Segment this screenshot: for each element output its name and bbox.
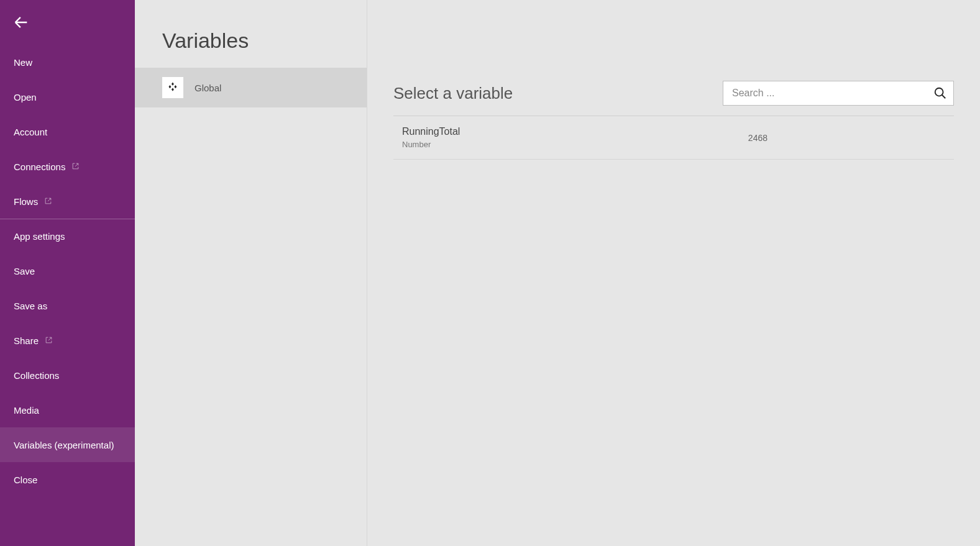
sidebar-item-account[interactable]: Account xyxy=(0,114,135,149)
sidebar-item-save-as[interactable]: Save as xyxy=(0,288,135,323)
scope-column: Variables Global xyxy=(135,0,367,546)
variable-info: RunningTotal Number xyxy=(402,126,460,149)
sidebar-item-open[interactable]: Open xyxy=(0,80,135,114)
scope-item-global[interactable]: Global xyxy=(135,68,367,107)
nav-label: Connections xyxy=(14,162,65,172)
back-button[interactable] xyxy=(0,0,135,45)
nav-label: Variables (experimental) xyxy=(14,440,114,450)
search-box[interactable] xyxy=(723,81,954,106)
nav-label: Account xyxy=(14,127,47,137)
nav-label: App settings xyxy=(14,231,65,242)
sidebar-item-share[interactable]: Share xyxy=(0,323,135,358)
svg-point-0 xyxy=(935,88,943,96)
main-panel: Select a variable RunningTotal Number 24… xyxy=(367,0,980,546)
external-link-icon xyxy=(71,162,80,172)
sidebar-item-app-settings[interactable]: App settings xyxy=(0,219,135,253)
sidebar-item-close[interactable]: Close xyxy=(0,462,135,497)
sidebar-item-connections[interactable]: Connections xyxy=(0,149,135,184)
app-root: New Open Account Connections Flows App s… xyxy=(0,0,980,546)
nav-label: Media xyxy=(14,405,39,416)
sidebar-item-collections[interactable]: Collections xyxy=(0,358,135,393)
external-link-icon xyxy=(45,335,53,346)
variable-name: RunningTotal xyxy=(402,126,460,137)
main-title: Select a variable xyxy=(393,84,513,103)
variable-value: 2468 xyxy=(748,133,954,143)
scope-label: Global xyxy=(195,83,221,93)
main-header-row: Select a variable xyxy=(393,81,954,116)
page-title: Variables xyxy=(135,0,367,68)
nav-label: Save as xyxy=(14,301,47,311)
nav-label: Open xyxy=(14,92,37,102)
sidebar-item-media[interactable]: Media xyxy=(0,393,135,427)
nav-label: Close xyxy=(14,475,37,485)
nav-label: New xyxy=(14,57,32,68)
sidebar-item-new[interactable]: New xyxy=(0,45,135,80)
sidebar-item-flows[interactable]: Flows xyxy=(0,184,135,219)
nav-label: Flows xyxy=(14,196,38,207)
variable-row[interactable]: RunningTotal Number 2468 xyxy=(393,116,954,160)
search-icon xyxy=(933,86,947,100)
nav-label: Collections xyxy=(14,370,59,381)
arrow-left-icon xyxy=(12,14,30,31)
external-link-icon xyxy=(44,196,52,207)
variable-type: Number xyxy=(402,140,460,149)
nav-label: Save xyxy=(14,266,35,276)
sidebar-item-variables[interactable]: Variables (experimental) xyxy=(0,427,135,462)
sidebar-item-save[interactable]: Save xyxy=(0,253,135,288)
file-menu-sidebar: New Open Account Connections Flows App s… xyxy=(0,0,135,546)
nav-label: Share xyxy=(14,335,39,346)
search-input[interactable] xyxy=(732,88,933,99)
global-scope-icon xyxy=(162,77,183,98)
